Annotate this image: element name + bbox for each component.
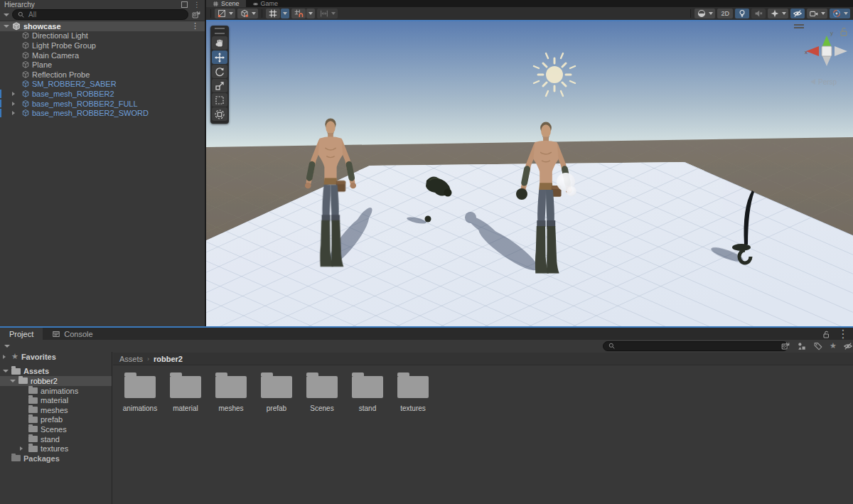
search-by-label-icon[interactable] [813, 341, 823, 351]
hand-tool-button[interactable] [212, 36, 227, 50]
folder-meshes[interactable]: meshes [210, 369, 252, 412]
folder-stand[interactable]: stand [347, 369, 388, 412]
open-search-window-icon[interactable] [780, 341, 790, 351]
move-tool-button[interactable] [212, 50, 227, 64]
expand-arrow-icon[interactable] [4, 25, 9, 28]
tree-meshes[interactable]: meshes [0, 405, 112, 415]
scene-name: showcase [23, 22, 61, 31]
folder-icon [28, 446, 38, 452]
scene-view-panel: Scene Game [206, 0, 853, 326]
orientation-cube-icon [240, 9, 250, 18]
maximize-icon[interactable] [181, 1, 188, 8]
gizmos-button[interactable] [830, 9, 850, 18]
scene-toolbar: 2D [206, 7, 853, 21]
tree-prefab[interactable]: prefab [0, 415, 112, 425]
hidden-objects-button[interactable] [790, 9, 805, 18]
favorites-star-icon[interactable]: ★ [830, 342, 837, 350]
folder-icon [215, 376, 247, 398]
grid-visibility-dropdown[interactable] [281, 9, 289, 18]
2d-mode-button[interactable]: 2D [717, 9, 733, 18]
audio-muted-icon [753, 9, 763, 18]
hierarchy-item-light-probe-group[interactable]: Light Probe Group [0, 41, 205, 50]
grid-snapping-dropdown[interactable] [306, 9, 315, 18]
hierarchy-item-plane[interactable]: Plane [0, 60, 205, 70]
small-mesh-object[interactable] [425, 216, 431, 222]
breadcrumb-assets[interactable]: Assets [119, 355, 143, 363]
create-menu-icon[interactable] [4, 345, 10, 348]
hierarchy-item-base-mesh-robber2-sword[interactable]: base_mesh_ROBBER2_SWORD [0, 108, 205, 118]
search-by-type-icon[interactable] [797, 341, 807, 351]
tab-game[interactable]: Game [246, 0, 285, 7]
rect-tool-button[interactable] [212, 93, 227, 107]
expand-arrow-icon[interactable] [20, 446, 23, 451]
tool-settings-pivot-button[interactable] [215, 9, 235, 18]
hierarchy-item-main-camera[interactable]: Main Camera [0, 50, 205, 60]
projection-label[interactable]: Persp [818, 78, 837, 86]
gizmo-center-cube[interactable] [822, 46, 832, 56]
scene-tab-icon [213, 1, 219, 7]
project-folder-tree: ★ Favorites Assets robber2 animations ma… [0, 352, 112, 504]
folder-icon [28, 407, 38, 413]
tree-packages[interactable]: Packages [0, 454, 112, 463]
folder-prefab[interactable]: prefab [256, 369, 297, 412]
hierarchy-search-input[interactable]: All [12, 9, 188, 20]
hierarchy-item-sm-robber2-saber[interactable]: SM_ROBBER2_SABER [0, 80, 205, 90]
tree-scenes[interactable]: Scenes [0, 424, 112, 434]
panel-menu-icon[interactable]: ⋮ [837, 327, 849, 341]
folder-icon [28, 387, 38, 394]
expand-arrow-icon[interactable] [12, 111, 15, 115]
favorites-star-icon: ★ [11, 353, 18, 360]
scene-lighting-button[interactable] [735, 9, 749, 18]
snap-increment-button[interactable] [317, 9, 338, 18]
panel-menu-icon[interactable]: ⋮ [193, 1, 200, 9]
scene-camera-button[interactable] [807, 9, 827, 18]
draw-mode-button[interactable] [694, 9, 715, 18]
expand-arrow-icon[interactable] [12, 92, 15, 96]
hierarchy-scene-row[interactable]: showcase ⋮ [0, 21, 205, 31]
folder-textures[interactable]: textures [392, 369, 434, 412]
breadcrumb-current[interactable]: robber2 [154, 355, 183, 363]
grid-visibility-button[interactable] [266, 9, 280, 18]
overlay-menu-icon[interactable] [794, 24, 804, 26]
hierarchy-item-directional-light[interactable]: Directional Light [0, 31, 205, 41]
search-filter-dropdown-icon[interactable] [4, 14, 9, 16]
tree-material[interactable]: material [0, 395, 112, 405]
folder-icon [170, 376, 201, 398]
lock-icon[interactable] [821, 329, 831, 339]
expand-arrow-icon[interactable] [12, 102, 15, 106]
orbit-gizmo-icon [832, 9, 842, 18]
tree-textures[interactable]: textures [0, 444, 112, 454]
tree-stand[interactable]: stand [0, 434, 112, 444]
open-search-window-icon[interactable] [191, 10, 201, 20]
tree-assets[interactable]: Assets [0, 367, 112, 377]
collapse-arrow-icon[interactable] [10, 380, 16, 382]
scene-audio-button[interactable] [751, 9, 766, 18]
scene-effects-button[interactable] [768, 9, 788, 18]
hierarchy-item-base-mesh-robber2[interactable]: base_mesh_ROBBER2 [0, 89, 205, 99]
folder-material[interactable]: material [165, 369, 206, 412]
folder-scenes[interactable]: Scenes [301, 369, 343, 412]
tree-favorites[interactable]: ★ Favorites [0, 352, 112, 362]
expand-arrow-icon[interactable] [3, 355, 6, 359]
eye-slash-icon [793, 9, 803, 18]
gameobject-cube-icon [21, 31, 30, 40]
scene-3d-viewport[interactable]: y x Persp [206, 21, 853, 326]
project-search-input[interactable] [603, 341, 788, 351]
folder-animations[interactable]: animations [119, 369, 161, 412]
hidden-packages-icon[interactable] [843, 341, 853, 351]
tree-animations[interactable]: animations [0, 386, 112, 396]
tool-settings-orientation-button[interactable] [237, 9, 258, 18]
hierarchy-item-reflection-probe[interactable]: Reflection Probe [0, 70, 205, 80]
hierarchy-item-base-mesh-robber2-full[interactable]: base_mesh_ROBBER2_FULL [0, 99, 205, 109]
grid-snapping-button[interactable] [291, 9, 306, 18]
scale-tool-button[interactable] [212, 79, 227, 92]
collapse-arrow-icon[interactable] [3, 370, 9, 372]
tab-project[interactable]: Project [0, 328, 43, 340]
tab-console[interactable]: Console [43, 328, 102, 340]
scene-kebab-icon[interactable]: ⋮ [191, 21, 199, 31]
tree-robber2[interactable]: robber2 [0, 376, 112, 386]
rotate-tool-button[interactable] [212, 65, 227, 78]
transform-tool-button[interactable] [212, 107, 227, 121]
tools-drag-handle-icon[interactable] [215, 28, 225, 34]
tab-scene[interactable]: Scene [206, 0, 246, 7]
